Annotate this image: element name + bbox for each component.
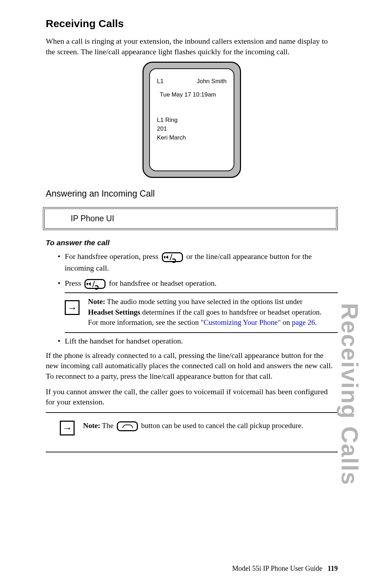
footer-page-number: 119 — [328, 564, 338, 572]
note-bold-headset: Headset Settings — [88, 308, 140, 316]
bullet-text: For handsfree operation, press — [65, 252, 158, 261]
goodbye-button-icon — [117, 421, 138, 431]
note-label: Note: — [88, 297, 105, 306]
arrow-right-icon: → — [65, 300, 80, 315]
bullet-text: Press — [65, 279, 81, 287]
note-label: Note: — [83, 421, 100, 430]
screen-caller-name: Keri March — [157, 134, 227, 142]
paragraph-hold: If the phone is already connected to a c… — [46, 350, 338, 382]
link-page-26[interactable]: page 26 — [292, 318, 315, 327]
bullet-handsfree: For handsfree operation, press ɔ or the … — [65, 250, 338, 274]
bullet-lift-handset: Lift the handset for handset operation. — [65, 335, 338, 347]
divider — [65, 292, 338, 293]
bullet-text: for handsfree or headset operation. — [109, 279, 216, 287]
link-customizing-phone[interactable]: "Customizing Your Phone" — [201, 318, 281, 327]
note-text-part: The audio mode setting you have selected… — [105, 297, 303, 306]
ip-phone-ui-label: IP Phone UI — [44, 209, 336, 229]
note-cancel-pickup: → Note: The button can be used to cancel… — [46, 416, 338, 438]
bullet-press-speaker: Press ɔ for handsfree or headset operati… — [65, 277, 338, 289]
note-text-part: button can be used to cancel the call pi… — [141, 421, 303, 430]
note-text-part: The — [100, 421, 115, 430]
phone-illustration: L1 John Smith Tue May 17 10:19am L1 Ring… — [46, 62, 338, 178]
subheading-answering: Answering an Incoming Call — [46, 188, 338, 199]
divider — [65, 332, 338, 333]
footer-guide-name: Model 55i IP Phone User Guide — [232, 564, 322, 572]
page-footer: Model 55i IP Phone User Guide 119 — [232, 564, 338, 572]
page-heading: Receiving Calls — [46, 18, 338, 30]
screen-ring-status: L1 Ring — [157, 116, 227, 125]
arrow-right-icon: → — [60, 421, 75, 435]
screen-line-label: L1 — [157, 77, 164, 86]
note-text-part: on — [281, 318, 292, 327]
divider — [46, 452, 338, 452]
speaker-button-icon: ɔ — [162, 252, 183, 262]
screen-user-name: John Smith — [197, 77, 227, 86]
screen-extension: 201 — [157, 125, 227, 134]
speaker-button-icon: ɔ — [84, 279, 106, 289]
screen-datetime: Tue May 17 10:19am — [160, 90, 227, 99]
ip-phone-ui-box: IP Phone UI — [43, 207, 338, 230]
note-audio-mode: → Note: The audio mode setting you have … — [46, 295, 338, 330]
to-answer-heading: To answer the call — [46, 239, 338, 247]
intro-paragraph: When a call is ringing at your extension… — [46, 36, 338, 57]
note-text-part: . — [315, 318, 317, 327]
divider — [46, 412, 338, 413]
phone-screen: L1 John Smith Tue May 17 10:19am L1 Ring… — [149, 68, 234, 171]
paragraph-voicemail: If you cannot answer the call, the calle… — [46, 386, 338, 407]
section-tab-label: Receiving Calls — [336, 303, 363, 485]
